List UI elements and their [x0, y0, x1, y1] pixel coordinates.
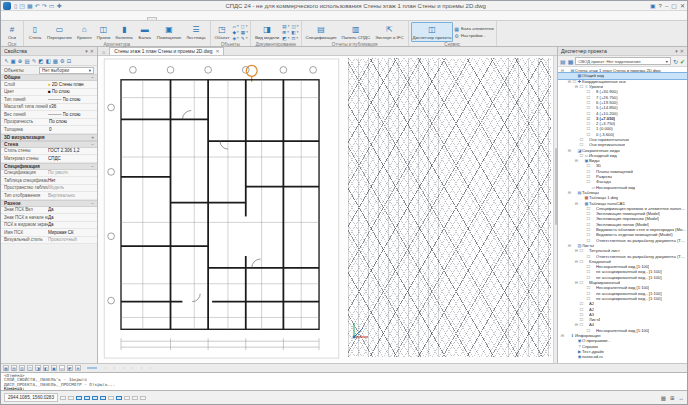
ribbon-tab[interactable] — [92, 17, 102, 20]
project-source-dropdown[interactable]: СВОД проект: Нет подключения ▾ — [575, 57, 671, 65]
command-line[interactable]: <Отмена>СЛОЙ_СВОЙСТВ,_ПАНЕЛЬ'ь - Закрыто… — [1, 372, 687, 391]
project-list-icon[interactable]: ▤ — [560, 58, 566, 65]
status-toggle[interactable] — [100, 396, 106, 400]
properties-tool-icon[interactable]: ▤ — [24, 58, 29, 64]
tree-checkbox[interactable]: ☐ — [586, 222, 591, 227]
tree-checkbox[interactable]: ☐ — [586, 291, 591, 296]
property-row[interactable]: Толщина 0 — [1, 126, 97, 134]
properties-tool-icon[interactable]: ↖ — [4, 58, 9, 64]
ribbon-tab[interactable] — [147, 17, 157, 20]
property-group-misc[interactable]: Разное − — [1, 200, 97, 207]
layout-tool-icon[interactable]: ◧ — [43, 365, 49, 371]
property-row[interactable]: Вес линий ——— По слою — [1, 111, 97, 119]
service-link[interactable]: ⚙ Настройки... — [454, 32, 493, 39]
ribbon-tab[interactable] — [59, 17, 69, 20]
tree-checkbox[interactable]: ☐ — [586, 169, 591, 174]
layout-tool-icon[interactable]: ◨ — [35, 365, 41, 371]
property-group-wall[interactable]: Стена − — [1, 141, 97, 148]
property-group-spec[interactable]: Спецификация − — [1, 163, 97, 170]
ribbon-tab[interactable] — [4, 17, 14, 20]
tree-checkbox[interactable]: ☐ — [586, 275, 591, 280]
status-toggle[interactable] — [84, 396, 90, 400]
collapse-icon[interactable]: − — [91, 142, 94, 147]
status-toggle[interactable] — [140, 396, 146, 400]
properties-tool-icon[interactable]: ◩ — [38, 58, 43, 64]
tree-checkbox[interactable]: ☐ — [586, 264, 591, 269]
3d-axonometric-view[interactable] — [348, 58, 551, 357]
ribbon-tab[interactable] — [81, 17, 91, 20]
tree-checkbox[interactable]: ☐ — [586, 111, 591, 116]
objects-dropdown[interactable]: Нет выборки ▾ — [39, 67, 94, 74]
ribbon-tab[interactable] — [125, 17, 135, 20]
layout-tool-icon[interactable]: ⊞ — [75, 365, 81, 371]
ribbon-button[interactable]: ▤ Спецификация — [304, 22, 339, 42]
ribbon-button[interactable]: ◫ Проем — [95, 22, 113, 42]
tree-node[interactable]: ◉ nanocad.ru — [558, 354, 687, 359]
property-row[interactable]: Материал стены СПДС — [1, 155, 97, 163]
layout-tab[interactable] — [97, 367, 106, 369]
expand-icon[interactable]: + — [91, 135, 94, 140]
ribbon-tab[interactable] — [114, 17, 124, 20]
quick-access-icon[interactable]: ▦ — [27, 2, 33, 10]
tree-checkbox[interactable]: ☐ — [586, 227, 591, 232]
tree-checkbox[interactable]: ☐ — [579, 317, 584, 322]
document-tab-close-icon[interactable]: ✕ — [215, 49, 219, 54]
layout-tool-icon[interactable]: ▭ — [59, 365, 65, 371]
layout-tool-icon[interactable]: ▥ — [19, 365, 25, 371]
layout-tab[interactable] — [133, 367, 142, 369]
ribbon-button[interactable]: ☰ Лестница — [184, 22, 207, 42]
ribbon-tab[interactable] — [48, 17, 58, 20]
service-link[interactable]: ▦ База элементов — [454, 25, 493, 32]
property-row[interactable]: Знак ПСК в начале коорд. Да — [1, 214, 97, 222]
tree-checkbox[interactable]: ☐ — [586, 238, 591, 243]
property-row[interactable]: Визуальный стиль Проволочный — [1, 237, 97, 245]
tree-checkbox[interactable]: ☐ — [579, 259, 584, 264]
tree-checkbox[interactable]: ☐ — [586, 206, 591, 211]
floor-plan-drawing[interactable] — [102, 58, 342, 360]
tool-icon[interactable]: ◩▾ — [282, 35, 289, 41]
drawing-canvas[interactable] — [98, 56, 557, 363]
property-row[interactable]: Пространство таблицы Модель — [1, 185, 97, 193]
properties-tool-icon[interactable]: ◧ — [45, 58, 50, 64]
minimize-button[interactable]: – — [665, 3, 668, 9]
property-row[interactable]: Имя ПСК Мировая СК — [1, 229, 97, 237]
ribbon-button[interactable]: ▭ Перекрытие — [45, 22, 74, 42]
tree-checkbox[interactable]: ☐ — [579, 137, 584, 142]
ribbon-tab[interactable] — [158, 17, 168, 20]
property-group-3d[interactable]: 3D визуализация + — [1, 134, 97, 141]
tree-checkbox[interactable]: ☐ — [586, 269, 591, 274]
quick-access-icon[interactable]: ▯ — [14, 2, 17, 10]
property-row[interactable]: Таблица спецификации Нет — [1, 177, 97, 185]
tool-icon[interactable]: ⊡▾ — [291, 35, 298, 41]
tree-checkbox[interactable]: ☐ — [586, 174, 591, 179]
tree-checkbox[interactable]: ☐ — [586, 163, 591, 168]
status-toggle[interactable] — [108, 396, 114, 400]
tree-checkbox[interactable]: ☐ — [586, 105, 591, 110]
ribbon-tab[interactable] — [70, 17, 80, 20]
properties-tool-icon[interactable]: ▦ — [53, 58, 58, 64]
refresh-icon[interactable]: ↻ — [673, 58, 678, 65]
properties-tool-icon[interactable]: ▣ — [11, 58, 16, 64]
layout-tool-icon[interactable]: ◩ — [67, 365, 73, 371]
tree-checkbox[interactable]: ☐ — [586, 254, 591, 259]
status-toggle[interactable] — [60, 396, 66, 400]
grid-display-icon[interactable]: ⊞ — [670, 395, 675, 401]
tree-checkbox[interactable]: ☐ — [579, 322, 584, 327]
project-manager-button[interactable]: ◫ Диспетчер проекта — [411, 22, 454, 42]
tree-checkbox[interactable]: ☐ — [579, 301, 584, 306]
maximize-button[interactable]: ▢ — [671, 2, 677, 9]
ribbon-button[interactable]: ▯ Стена — [26, 22, 44, 42]
help-icon[interactable]: ? — [659, 3, 662, 9]
ribbon-tab[interactable] — [15, 17, 25, 20]
layout-tool-icon[interactable]: ◫ — [27, 365, 33, 371]
tree-checkbox[interactable]: ☐ — [579, 280, 584, 285]
property-row[interactable]: Тип линий ——— По слою — [1, 96, 97, 104]
ribbon-button[interactable]: ▬ Балка — [136, 22, 154, 42]
collapse-icon[interactable]: − — [91, 75, 94, 80]
collapse-icon[interactable]: − — [91, 164, 94, 169]
property-row[interactable]: Стиль стены ГОСТ 2.306 1,2 — [1, 148, 97, 156]
property-group-common[interactable]: Общие − — [1, 74, 97, 81]
tree-checkbox[interactable]: ☐ — [586, 132, 591, 137]
tree-expander-icon[interactable]: ⊟ — [560, 68, 565, 73]
tree-checkbox[interactable]: ☐ — [586, 95, 591, 100]
